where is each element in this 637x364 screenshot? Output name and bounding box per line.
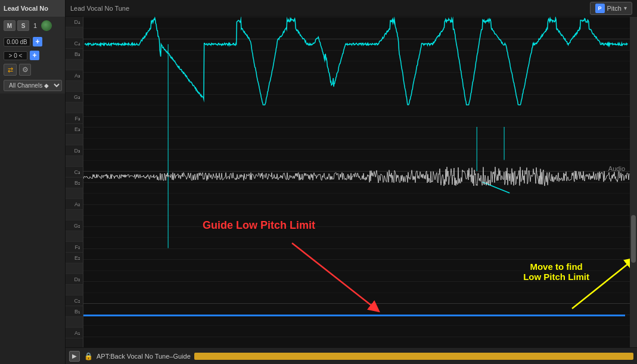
piano-roll: D₄C₄B₃A₃G₃F₃E₃D₃C₃B₂A₂G₂F₂E₂D₂C₂B₁A₁ Aud…: [66, 17, 637, 347]
bottom-track-name: APT:Back Vocal No Tune–Guide: [97, 353, 191, 360]
track-name: Lead Vocal No: [0, 0, 65, 17]
pan-row: > 0 < +: [0, 49, 65, 62]
pitch-icon: P: [595, 4, 605, 13]
note-label: B₃: [66, 49, 83, 60]
volume-row: 0.00 dB +: [0, 35, 65, 49]
lock-icon: 🔒: [83, 351, 93, 361]
note-label: [66, 317, 83, 328]
mute-button[interactable]: M: [4, 20, 15, 31]
note-label: C₃: [66, 167, 83, 178]
note-label: D₃: [66, 145, 83, 156]
top-header: Lead Vocal No Tune P Pitch ▾: [66, 0, 637, 17]
track-title: Lead Vocal No Tune: [70, 5, 129, 12]
bottom-bar: ▶ 🔒 APT:Back Vocal No Tune–Guide: [66, 347, 637, 364]
note-label: [66, 81, 83, 92]
note-label: [66, 188, 83, 199]
note-label: [66, 60, 83, 70]
solo-button[interactable]: S: [17, 20, 29, 31]
canvas-area[interactable]: Audio Guide Low Pitch Limit Move to find…: [83, 17, 637, 347]
note-labels: D₄C₄B₃A₃G₃F₃E₃D₃C₃B₂A₂G₂F₂E₂D₂C₂B₁A₁: [66, 17, 83, 347]
track-controls: M S 1: [0, 17, 65, 35]
pitch-plugin-badge[interactable]: P Pitch ▾: [590, 2, 632, 15]
note-label: [66, 156, 83, 167]
note-label: G₃: [66, 92, 83, 102]
note-label: E₂: [66, 253, 83, 263]
track-number: 1: [31, 22, 39, 29]
note-label: F₂: [66, 242, 83, 253]
sidebar-empty: [0, 94, 65, 364]
pan-display[interactable]: > 0 <: [4, 51, 27, 60]
note-label: A₃: [66, 70, 83, 81]
note-label: D₂: [66, 274, 83, 285]
note-label: [66, 210, 83, 220]
pitch-label: Pitch: [607, 5, 622, 12]
note-label: A₁: [66, 328, 83, 338]
channel-select[interactable]: All Channels ◆: [4, 80, 62, 91]
routing-icon[interactable]: ⇄: [4, 64, 17, 76]
vertical-scrollbar[interactable]: [630, 17, 637, 347]
track-sidebar: Lead Vocal No M S 1 0.00 dB + > 0 < + ⇄ …: [0, 0, 66, 364]
note-label: D₄: [66, 17, 83, 27]
note-label: C₄: [66, 38, 83, 49]
note-label: G₂: [66, 220, 83, 231]
note-label: [66, 285, 83, 295]
scrollbar-thumb[interactable]: [631, 215, 636, 263]
pitch-dropdown-arrow: ▾: [624, 5, 627, 11]
audio-label: Audio: [608, 165, 625, 172]
bottom-play-button[interactable]: ▶: [69, 351, 80, 362]
note-label: C₂: [66, 295, 83, 306]
waveform-canvas: [83, 17, 630, 347]
note-label: A₂: [66, 199, 83, 210]
pan-plus-button[interactable]: +: [30, 51, 39, 60]
icons-row: ⇄ ⚙: [0, 62, 65, 77]
note-label: [66, 263, 83, 274]
volume-knob[interactable]: [41, 20, 52, 31]
note-label: B₁: [66, 306, 83, 317]
note-label: [66, 27, 83, 38]
bottom-track-waveform: [194, 353, 633, 360]
note-label: [66, 102, 83, 113]
note-label: [66, 231, 83, 242]
note-label: B₂: [66, 178, 83, 188]
pitch-limit-line[interactable]: [83, 315, 625, 316]
volume-plus-button[interactable]: +: [33, 37, 42, 46]
settings-icon[interactable]: ⚙: [19, 64, 31, 76]
volume-display[interactable]: 0.00 dB: [4, 38, 30, 46]
note-label: F₃: [66, 113, 83, 124]
main-area: Lead Vocal No Tune P Pitch ▾ D₄C₄B₃A₃G₃F…: [66, 0, 637, 364]
note-label: E₃: [66, 124, 83, 135]
note-label: [66, 135, 83, 145]
